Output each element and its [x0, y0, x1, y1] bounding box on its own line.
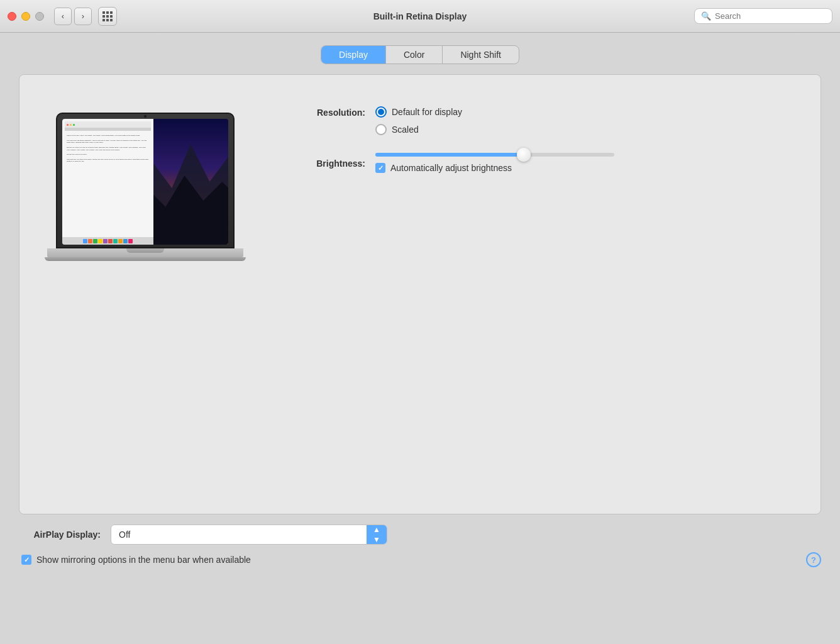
forward-button[interactable]: › [74, 8, 92, 25]
brightness-row: Brightness: ✓ Automatically adjust brigh… [296, 153, 795, 173]
close-button[interactable] [8, 12, 16, 21]
macbook: Here's to the crazy ones. The misfits. T… [45, 113, 246, 261]
brightness-thumb[interactable] [517, 148, 531, 162]
help-button[interactable]: ? [806, 552, 821, 567]
mirror-label: Show mirroring options in the menu bar w… [36, 555, 251, 565]
radio-default-display[interactable]: Default for display [375, 106, 462, 118]
macbook-screen-outer: Here's to the crazy ones. The misfits. T… [56, 113, 235, 248]
tab-group: Display Color Night Shift [321, 45, 519, 64]
maximize-button[interactable] [35, 12, 44, 21]
radio-scaled-label: Scaled [392, 125, 419, 135]
airplay-dropdown[interactable]: Off ▲ ▼ [111, 525, 387, 545]
resolution-label: Resolution: [296, 106, 365, 118]
bottom-controls: AirPlay Display: Off ▲ ▼ ✓ Show mirrorin… [19, 514, 821, 574]
search-icon: 🔍 [701, 11, 711, 21]
titlebar: ‹ › Built-in Retina Display 🔍 [0, 0, 840, 33]
search-bar[interactable]: 🔍 [694, 8, 832, 24]
grid-button[interactable] [98, 7, 117, 26]
macbook-bottom [45, 257, 246, 261]
mirror-checkbox[interactable]: ✓ [21, 555, 31, 565]
brightness-slider[interactable] [375, 153, 614, 157]
search-input[interactable] [715, 11, 826, 21]
radio-default-display-btn[interactable] [375, 106, 387, 118]
auto-brightness-row[interactable]: ✓ Automatically adjust brightness [375, 163, 614, 173]
brightness-controls: ✓ Automatically adjust brightness [375, 153, 614, 173]
tab-night-shift[interactable]: Night Shift [443, 46, 519, 64]
window-title: Built-in Retina Display [373, 11, 467, 21]
settings-panel: Resolution: Default for display Scaled B… [296, 106, 795, 173]
airplay-dropdown-arrow[interactable]: ▲ ▼ [367, 525, 387, 544]
airplay-row: AirPlay Display: Off ▲ ▼ [19, 525, 821, 545]
macbook-illustration: Here's to the crazy ones. The misfits. T… [45, 113, 246, 261]
macbook-notch [126, 248, 164, 253]
traffic-lights [8, 12, 44, 21]
auto-brightness-checkbox[interactable]: ✓ [375, 163, 385, 173]
resolution-row: Resolution: Default for display Scaled [296, 106, 795, 135]
back-button[interactable]: ‹ [54, 8, 72, 25]
chevron-down-icon: ▼ [373, 535, 380, 544]
minimize-button[interactable] [21, 12, 30, 21]
mirror-row: ✓ Show mirroring options in the menu bar… [19, 552, 821, 567]
macbook-base [47, 248, 243, 257]
main-content: Display Color Night Shift [0, 33, 840, 644]
macbook-screen: Here's to the crazy ones. The misfits. T… [62, 119, 228, 245]
airplay-label: AirPlay Display: [19, 530, 101, 540]
chevron-up-icon: ▲ [373, 525, 380, 534]
macbook-camera [144, 115, 146, 118]
screen-wallpaper [153, 119, 228, 245]
tab-bar: Display Color Night Shift [19, 45, 821, 64]
checkbox-checkmark: ✓ [378, 164, 384, 172]
screen-content: Here's to the crazy ones. The misfits. T… [62, 119, 228, 245]
screen-text-area: Here's to the crazy ones. The misfits. T… [62, 119, 153, 245]
mirror-checkmark: ✓ [24, 556, 30, 564]
brightness-fill [375, 153, 524, 157]
resolution-options: Default for display Scaled [375, 106, 462, 135]
radio-default-label: Default for display [392, 107, 462, 117]
tab-display[interactable]: Display [321, 46, 386, 64]
radio-scaled[interactable]: Scaled [375, 124, 462, 135]
display-panel: Here's to the crazy ones. The misfits. T… [19, 74, 821, 514]
airplay-dropdown-value: Off [111, 526, 367, 543]
nav-buttons: ‹ › [54, 8, 92, 25]
brightness-label: Brightness: [296, 157, 365, 169]
auto-brightness-label: Automatically adjust brightness [390, 163, 512, 173]
tab-color[interactable]: Color [386, 46, 443, 64]
radio-scaled-btn[interactable] [375, 124, 387, 135]
grid-icon [102, 11, 113, 21]
